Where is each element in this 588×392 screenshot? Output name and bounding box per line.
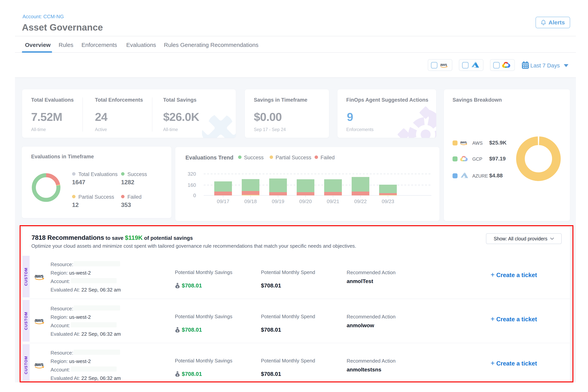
svg-text:aws: aws [460,140,467,144]
svg-text:09/20: 09/20 [299,198,312,204]
svg-text:160: 160 [188,182,196,188]
svg-text:09/22: 09/22 [354,198,367,204]
svg-text:09/23: 09/23 [382,198,394,204]
svg-text:09/18: 09/18 [244,198,257,204]
svg-text:aws: aws [440,62,447,67]
svg-text:09/21: 09/21 [327,198,339,204]
svg-text:09/19: 09/19 [272,198,284,204]
svg-text:320: 320 [188,171,196,177]
svg-text:09/17: 09/17 [217,198,229,204]
svg-text:0: 0 [193,192,196,198]
